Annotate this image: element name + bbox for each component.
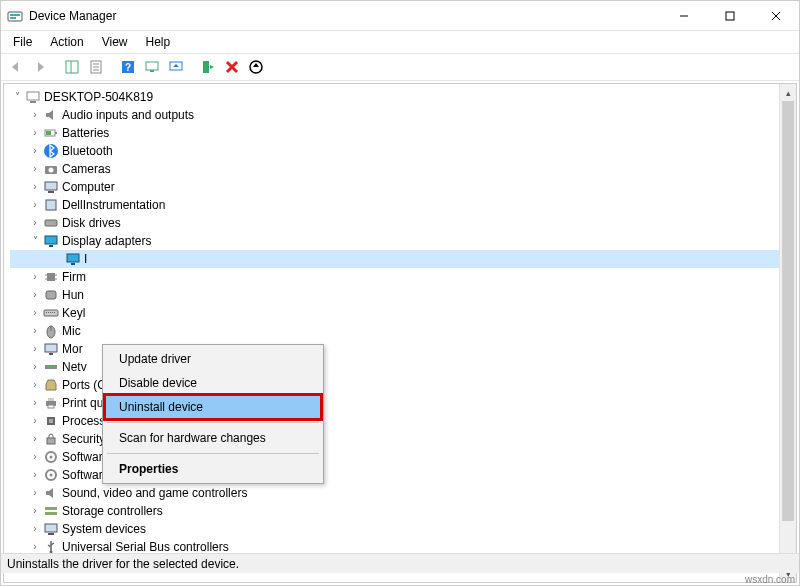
- software-icon: [42, 467, 60, 483]
- forward-button[interactable]: [29, 56, 51, 78]
- monitor-icon: [42, 341, 60, 357]
- expand-icon[interactable]: ›: [28, 142, 42, 160]
- collapse-icon[interactable]: ˅: [28, 232, 42, 250]
- properties-button[interactable]: [85, 56, 107, 78]
- tree-item-sound[interactable]: › Sound, video and game controllers: [10, 484, 796, 502]
- close-button[interactable]: [753, 1, 799, 30]
- show-hide-console-button[interactable]: [61, 56, 83, 78]
- expand-icon[interactable]: ˅: [10, 88, 24, 106]
- tree-item-label: I: [84, 250, 87, 268]
- tree-item-mice[interactable]: › Mic: [10, 322, 796, 340]
- vertical-scrollbar[interactable]: ▴ ▾: [779, 84, 796, 582]
- svg-rect-18: [203, 61, 209, 73]
- svg-point-56: [47, 366, 49, 368]
- svg-text:?: ?: [125, 62, 131, 73]
- ctx-properties[interactable]: Properties: [105, 457, 321, 481]
- audio-icon: [42, 107, 60, 123]
- tree-item-label: DellInstrumentation: [62, 196, 165, 214]
- update-driver-button[interactable]: [165, 56, 187, 78]
- tree-item-storage[interactable]: › Storage controllers: [10, 502, 796, 520]
- ctx-uninstall-device[interactable]: Uninstall device: [105, 395, 321, 419]
- menu-action[interactable]: Action: [42, 33, 91, 51]
- menu-file[interactable]: File: [5, 33, 40, 51]
- expand-icon[interactable]: ›: [28, 448, 42, 466]
- tree-root[interactable]: ˅ DESKTOP-504K819: [10, 88, 796, 106]
- tree-item-computer[interactable]: › Computer: [10, 178, 796, 196]
- expand-icon[interactable]: ›: [28, 286, 42, 304]
- svg-rect-44: [46, 291, 56, 299]
- expand-icon[interactable]: ›: [28, 178, 42, 196]
- tree-item-label: Computer: [62, 178, 115, 196]
- ctx-update-driver[interactable]: Update driver: [105, 347, 321, 371]
- ctx-disable-device[interactable]: Disable device: [105, 371, 321, 395]
- expand-icon[interactable]: ›: [28, 376, 42, 394]
- back-button[interactable]: [5, 56, 27, 78]
- svg-rect-30: [45, 182, 57, 190]
- tree-item-dell[interactable]: › DellInstrumentation: [10, 196, 796, 214]
- expand-icon[interactable]: ›: [28, 106, 42, 124]
- storage-icon: [42, 503, 60, 519]
- svg-rect-1: [10, 14, 20, 16]
- computer-icon: [24, 89, 42, 105]
- ctx-scan-hardware[interactable]: Scan for hardware changes: [105, 426, 321, 450]
- device-tree[interactable]: ˅ DESKTOP-504K819 › Audio inputs and out…: [4, 84, 796, 560]
- tree-item-disk[interactable]: › Disk drives: [10, 214, 796, 232]
- expand-icon[interactable]: ›: [28, 358, 42, 376]
- tree-item-label: Mor: [62, 340, 83, 358]
- minimize-button[interactable]: [661, 1, 707, 30]
- expand-icon[interactable]: ›: [28, 268, 42, 286]
- menu-view[interactable]: View: [94, 33, 136, 51]
- battery-icon: [42, 125, 60, 141]
- app-icon: [7, 8, 23, 24]
- expand-icon[interactable]: ›: [28, 322, 42, 340]
- cpu-icon: [42, 413, 60, 429]
- tree-item-firmware[interactable]: › Firm: [10, 268, 796, 286]
- expand-icon[interactable]: ›: [28, 484, 42, 502]
- expand-icon[interactable]: ›: [28, 502, 42, 520]
- scroll-up-button[interactable]: ▴: [780, 84, 796, 101]
- expand-icon[interactable]: ›: [28, 394, 42, 412]
- expand-icon[interactable]: ›: [28, 340, 42, 358]
- svg-rect-32: [46, 200, 56, 210]
- svg-point-29: [49, 168, 54, 173]
- expand-icon[interactable]: ›: [28, 214, 42, 232]
- enable-device-button[interactable]: [197, 56, 219, 78]
- scroll-thumb[interactable]: [782, 101, 794, 521]
- tree-item-audio[interactable]: › Audio inputs and outputs: [10, 106, 796, 124]
- tree-item-cameras[interactable]: › Cameras: [10, 160, 796, 178]
- svg-rect-47: [48, 312, 49, 313]
- expand-icon[interactable]: ›: [28, 160, 42, 178]
- svg-rect-15: [146, 62, 158, 70]
- expand-icon[interactable]: ›: [28, 466, 42, 484]
- svg-rect-2: [10, 17, 16, 19]
- tree-item-batteries[interactable]: › Batteries: [10, 124, 796, 142]
- tree-item-display-child[interactable]: I: [10, 250, 796, 268]
- expand-icon[interactable]: ›: [28, 124, 42, 142]
- tree-item-bluetooth[interactable]: › Bluetooth: [10, 142, 796, 160]
- menu-help[interactable]: Help: [138, 33, 179, 51]
- tree-item-display[interactable]: ˅ Display adapters: [10, 232, 796, 250]
- expand-icon[interactable]: ›: [28, 412, 42, 430]
- tree-item-keyboards[interactable]: › Keyl: [10, 304, 796, 322]
- security-icon: [42, 431, 60, 447]
- svg-rect-36: [49, 245, 53, 247]
- maximize-button[interactable]: [707, 1, 753, 30]
- toolbar: ?: [1, 53, 799, 81]
- expand-icon[interactable]: ›: [28, 196, 42, 214]
- ctx-separator: [107, 453, 319, 454]
- scan-hardware-button[interactable]: [141, 56, 163, 78]
- expand-icon[interactable]: ›: [28, 520, 42, 538]
- svg-rect-26: [46, 131, 51, 135]
- expand-icon[interactable]: ›: [28, 430, 42, 448]
- tree-item-hid[interactable]: › Hun: [10, 286, 796, 304]
- tree-item-label: Disk drives: [62, 214, 121, 232]
- uninstall-device-button[interactable]: [221, 56, 243, 78]
- disable-device-button[interactable]: [245, 56, 267, 78]
- help-button[interactable]: ?: [117, 56, 139, 78]
- tree-item-label: Hun: [62, 286, 84, 304]
- svg-point-58: [53, 366, 55, 368]
- svg-rect-54: [49, 353, 53, 355]
- svg-rect-61: [48, 405, 54, 408]
- expand-icon[interactable]: ›: [28, 304, 42, 322]
- tree-item-system[interactable]: › System devices: [10, 520, 796, 538]
